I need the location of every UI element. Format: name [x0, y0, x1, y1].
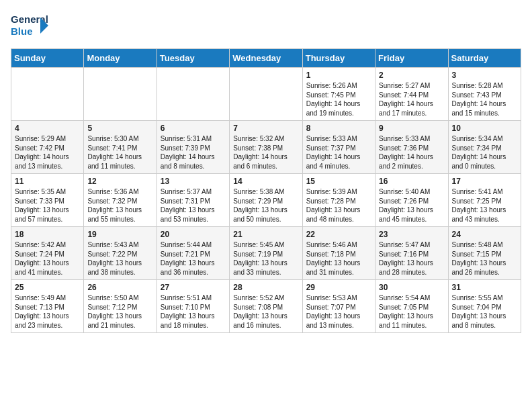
cell-info: Sunrise: 5:33 AM Sunset: 7:36 PM Dayligh…: [379, 134, 444, 171]
weekday-header: Sunday: [11, 49, 84, 68]
cell-info: Sunrise: 5:50 AM Sunset: 7:12 PM Dayligh…: [87, 293, 152, 330]
day-number: 9: [379, 124, 444, 133]
day-number: 13: [161, 177, 226, 186]
cell-info: Sunrise: 5:48 AM Sunset: 7:15 PM Dayligh…: [452, 240, 517, 277]
day-number: 23: [379, 230, 444, 239]
day-number: 3: [452, 71, 517, 80]
cell-info: Sunrise: 5:46 AM Sunset: 7:18 PM Dayligh…: [306, 240, 371, 277]
calendar-cell: 10Sunrise: 5:34 AM Sunset: 7:34 PM Dayli…: [448, 121, 521, 174]
calendar-cell: 30Sunrise: 5:54 AM Sunset: 7:05 PM Dayli…: [375, 280, 448, 333]
calendar-cell: 23Sunrise: 5:47 AM Sunset: 7:16 PM Dayli…: [375, 227, 448, 280]
cell-info: Sunrise: 5:44 AM Sunset: 7:21 PM Dayligh…: [161, 240, 226, 277]
weekday-header: Saturday: [448, 49, 521, 68]
calendar-cell: 27Sunrise: 5:51 AM Sunset: 7:10 PM Dayli…: [157, 280, 229, 333]
cell-info: Sunrise: 5:41 AM Sunset: 7:25 PM Dayligh…: [452, 187, 517, 224]
cell-info: Sunrise: 5:32 AM Sunset: 7:38 PM Dayligh…: [233, 134, 298, 171]
calendar-cell: [157, 68, 229, 121]
cell-info: Sunrise: 5:33 AM Sunset: 7:37 PM Dayligh…: [306, 134, 371, 171]
day-number: 2: [379, 71, 444, 80]
cell-info: Sunrise: 5:53 AM Sunset: 7:07 PM Dayligh…: [306, 293, 371, 330]
calendar-week-row: 4Sunrise: 5:29 AM Sunset: 7:42 PM Daylig…: [11, 121, 521, 174]
cell-info: Sunrise: 5:31 AM Sunset: 7:39 PM Dayligh…: [161, 134, 226, 171]
calendar-cell: 1Sunrise: 5:26 AM Sunset: 7:45 PM Daylig…: [302, 68, 375, 121]
calendar-cell: [84, 68, 157, 121]
calendar-cell: 12Sunrise: 5:36 AM Sunset: 7:32 PM Dayli…: [84, 174, 157, 227]
calendar-cell: 11Sunrise: 5:35 AM Sunset: 7:33 PM Dayli…: [11, 174, 84, 227]
calendar-cell: 21Sunrise: 5:45 AM Sunset: 7:19 PM Dayli…: [230, 227, 302, 280]
day-number: 24: [452, 230, 517, 239]
calendar-week-row: 25Sunrise: 5:49 AM Sunset: 7:13 PM Dayli…: [11, 280, 521, 333]
calendar-cell: 9Sunrise: 5:33 AM Sunset: 7:36 PM Daylig…: [375, 121, 448, 174]
cell-info: Sunrise: 5:52 AM Sunset: 7:08 PM Dayligh…: [233, 293, 298, 330]
cell-info: Sunrise: 5:47 AM Sunset: 7:16 PM Dayligh…: [379, 240, 444, 277]
calendar-week-row: 11Sunrise: 5:35 AM Sunset: 7:33 PM Dayli…: [11, 174, 521, 227]
day-number: 1: [306, 71, 371, 80]
calendar-cell: 3Sunrise: 5:28 AM Sunset: 7:43 PM Daylig…: [448, 68, 521, 121]
cell-info: Sunrise: 5:54 AM Sunset: 7:05 PM Dayligh…: [379, 293, 444, 330]
calendar-cell: 26Sunrise: 5:50 AM Sunset: 7:12 PM Dayli…: [84, 280, 157, 333]
day-number: 6: [161, 124, 226, 133]
cell-info: Sunrise: 5:30 AM Sunset: 7:41 PM Dayligh…: [87, 134, 152, 171]
day-number: 4: [15, 124, 80, 133]
day-number: 21: [233, 230, 298, 239]
svg-text:Blue: Blue: [11, 26, 33, 37]
weekday-header: Wednesday: [230, 49, 302, 68]
cell-info: Sunrise: 5:39 AM Sunset: 7:28 PM Dayligh…: [306, 187, 371, 224]
cell-info: Sunrise: 5:36 AM Sunset: 7:32 PM Dayligh…: [87, 187, 152, 224]
cell-info: Sunrise: 5:26 AM Sunset: 7:45 PM Dayligh…: [306, 81, 371, 118]
calendar-cell: 7Sunrise: 5:32 AM Sunset: 7:38 PM Daylig…: [230, 121, 302, 174]
day-number: 5: [87, 124, 152, 133]
day-number: 22: [306, 230, 371, 239]
day-number: 28: [233, 283, 298, 292]
calendar-table: SundayMondayTuesdayWednesdayThursdayFrid…: [11, 48, 521, 333]
day-number: 25: [15, 283, 80, 292]
cell-info: Sunrise: 5:42 AM Sunset: 7:24 PM Dayligh…: [15, 240, 80, 277]
cell-info: Sunrise: 5:28 AM Sunset: 7:43 PM Dayligh…: [452, 81, 517, 118]
cell-info: Sunrise: 5:40 AM Sunset: 7:26 PM Dayligh…: [379, 187, 444, 224]
day-number: 27: [161, 283, 226, 292]
day-number: 26: [87, 283, 152, 292]
calendar-cell: 8Sunrise: 5:33 AM Sunset: 7:37 PM Daylig…: [302, 121, 375, 174]
day-number: 14: [233, 177, 298, 186]
day-number: 18: [15, 230, 80, 239]
calendar-cell: 17Sunrise: 5:41 AM Sunset: 7:25 PM Dayli…: [448, 174, 521, 227]
cell-info: Sunrise: 5:37 AM Sunset: 7:31 PM Dayligh…: [161, 187, 226, 224]
calendar-cell: 16Sunrise: 5:40 AM Sunset: 7:26 PM Dayli…: [375, 174, 448, 227]
calendar-cell: 29Sunrise: 5:53 AM Sunset: 7:07 PM Dayli…: [302, 280, 375, 333]
day-number: 20: [161, 230, 226, 239]
calendar-cell: 14Sunrise: 5:38 AM Sunset: 7:29 PM Dayli…: [230, 174, 302, 227]
calendar-week-row: 18Sunrise: 5:42 AM Sunset: 7:24 PM Dayli…: [11, 227, 521, 280]
cell-info: Sunrise: 5:51 AM Sunset: 7:10 PM Dayligh…: [161, 293, 226, 330]
calendar-header-row: SundayMondayTuesdayWednesdayThursdayFrid…: [11, 49, 521, 68]
cell-info: Sunrise: 5:43 AM Sunset: 7:22 PM Dayligh…: [87, 240, 152, 277]
calendar-cell: 2Sunrise: 5:27 AM Sunset: 7:44 PM Daylig…: [375, 68, 448, 121]
weekday-header: Monday: [84, 49, 157, 68]
day-number: 31: [452, 283, 517, 292]
calendar-cell: 4Sunrise: 5:29 AM Sunset: 7:42 PM Daylig…: [11, 121, 84, 174]
day-number: 8: [306, 124, 371, 133]
calendar-cell: 31Sunrise: 5:55 AM Sunset: 7:04 PM Dayli…: [448, 280, 521, 333]
calendar-cell: [11, 68, 84, 121]
cell-info: Sunrise: 5:45 AM Sunset: 7:19 PM Dayligh…: [233, 240, 298, 277]
day-number: 19: [87, 230, 152, 239]
calendar-cell: 25Sunrise: 5:49 AM Sunset: 7:13 PM Dayli…: [11, 280, 84, 333]
day-number: 16: [379, 177, 444, 186]
calendar-cell: 24Sunrise: 5:48 AM Sunset: 7:15 PM Dayli…: [448, 227, 521, 280]
day-number: 12: [87, 177, 152, 186]
day-number: 7: [233, 124, 298, 133]
weekday-header: Tuesday: [157, 49, 229, 68]
cell-info: Sunrise: 5:49 AM Sunset: 7:13 PM Dayligh…: [15, 293, 80, 330]
calendar-cell: 18Sunrise: 5:42 AM Sunset: 7:24 PM Dayli…: [11, 227, 84, 280]
logo: GeneralBlue: [11, 11, 51, 40]
calendar-cell: 15Sunrise: 5:39 AM Sunset: 7:28 PM Dayli…: [302, 174, 375, 227]
day-number: 10: [452, 124, 517, 133]
calendar-cell: 20Sunrise: 5:44 AM Sunset: 7:21 PM Dayli…: [157, 227, 229, 280]
calendar-cell: 6Sunrise: 5:31 AM Sunset: 7:39 PM Daylig…: [157, 121, 229, 174]
calendar-cell: 5Sunrise: 5:30 AM Sunset: 7:41 PM Daylig…: [84, 121, 157, 174]
weekday-header: Thursday: [302, 49, 375, 68]
calendar-cell: 22Sunrise: 5:46 AM Sunset: 7:18 PM Dayli…: [302, 227, 375, 280]
calendar-week-row: 1Sunrise: 5:26 AM Sunset: 7:45 PM Daylig…: [11, 68, 521, 121]
day-number: 11: [15, 177, 80, 186]
cell-info: Sunrise: 5:34 AM Sunset: 7:34 PM Dayligh…: [452, 134, 517, 171]
cell-info: Sunrise: 5:38 AM Sunset: 7:29 PM Dayligh…: [233, 187, 298, 224]
